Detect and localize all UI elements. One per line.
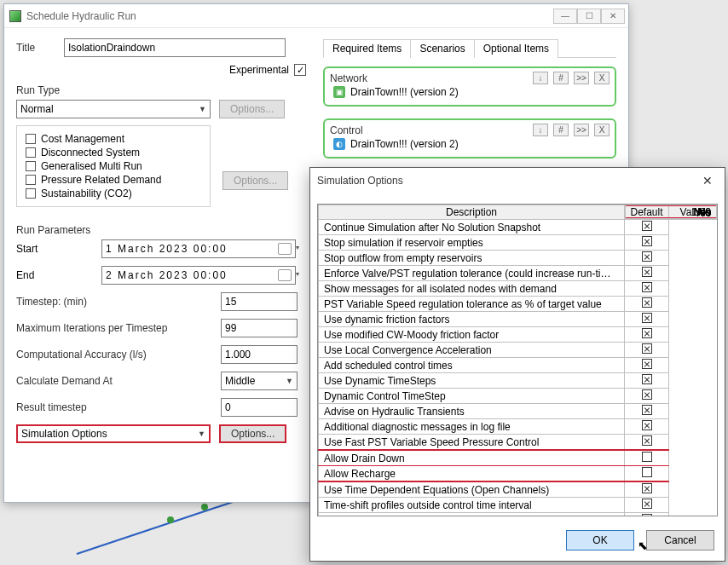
calendar-icon [278, 269, 292, 281]
simoptions-select[interactable]: Simulation Options ▼ [16, 424, 211, 443]
simoptions-button[interactable]: Options... [219, 424, 286, 443]
card-down-button[interactable]: ↓ [533, 124, 548, 136]
card-down-button[interactable]: ↓ [533, 72, 548, 84]
result-ts-input[interactable] [221, 398, 298, 417]
cell-default[interactable] [625, 466, 669, 482]
end-date-picker[interactable]: 2 March 2023 00:00 [101, 266, 296, 285]
col-description[interactable]: Description [319, 205, 625, 220]
table-row[interactable]: Stop simulation if reservoir emptiesNo [319, 235, 717, 251]
table-row[interactable]: Use modified CW-Moody friction factorYes [319, 327, 717, 343]
runtype-options-button[interactable]: Options... [219, 100, 285, 118]
table-row[interactable]: Allow Drain DownYes [319, 450, 717, 466]
calendar-icon [278, 243, 292, 255]
dialog-title: Simulation Options [317, 175, 403, 187]
cancel-button[interactable]: Cancel [646, 530, 714, 551]
tabs: Required Items Scenarios Optional Items [323, 38, 616, 58]
cell-default[interactable] [625, 343, 669, 358]
cell-default[interactable] [625, 404, 669, 419]
group-options-button[interactable]: Options... [222, 171, 288, 190]
table-row[interactable]: Stop outflow from empty reservoirsYes [319, 251, 717, 266]
network-icon: ▣ [333, 86, 345, 98]
table-row[interactable]: Use Fast PST Variable Speed Pressure Con… [319, 435, 717, 451]
cell-default[interactable] [625, 435, 669, 451]
accuracy-label: Computational Accuracy (l/s) [16, 349, 221, 360]
timestep-label: Timestep: (min) [16, 296, 221, 308]
table-row[interactable]: Advise on Hydraulic TransientsNo [319, 404, 717, 419]
close-button[interactable]: ✕ [601, 9, 625, 24]
cell-default[interactable] [625, 297, 669, 312]
maximize-button[interactable]: ☐ [577, 9, 601, 24]
cell-value[interactable]: No [625, 205, 717, 219]
cell-default[interactable] [625, 358, 669, 373]
cell-description: Use Fast PST Variable Speed Pressure Con… [319, 435, 625, 451]
table-row[interactable]: Use Dynamic TimeStepsNo [319, 373, 717, 389]
tab-required-items[interactable]: Required Items [323, 39, 411, 58]
cell-default[interactable] [625, 327, 669, 343]
table-row[interactable]: Iter Step setting for PRV valvesNo [319, 513, 717, 517]
dialog-close-button[interactable]: ✕ [697, 174, 718, 187]
table-row[interactable]: Use dynamic friction factorsNo [319, 312, 717, 327]
table-row[interactable]: Dynamic Control TimeStep0 [319, 389, 717, 404]
card-x-button[interactable]: X [594, 72, 610, 84]
table-row[interactable]: Additional diagnostic messages in log fi… [319, 419, 717, 435]
minimize-button[interactable]: — [553, 9, 577, 24]
cell-default[interactable] [625, 450, 669, 466]
table-row[interactable]: Enforce Valve/PST regulation tolerance (… [319, 266, 717, 281]
checkbox-icon [26, 147, 36, 158]
card-fwd-button[interactable]: >> [574, 72, 589, 84]
checkbox-icon [642, 282, 652, 292]
start-date-picker[interactable]: 1 March 2023 00:00 [101, 239, 296, 258]
tab-optional-items[interactable]: Optional Items [474, 39, 558, 58]
cell-default[interactable] [625, 373, 669, 389]
card-hash-button[interactable]: # [553, 72, 569, 84]
check-option[interactable]: Cost Management [26, 133, 201, 145]
app-icon [9, 10, 21, 22]
cell-default[interactable] [625, 220, 669, 235]
check-option[interactable]: Disconnected System [26, 147, 201, 159]
cell-default[interactable] [625, 251, 669, 266]
cell-default[interactable] [625, 235, 669, 251]
title-input[interactable] [64, 38, 286, 57]
check-label: Pressure Related Demand [41, 174, 161, 186]
check-option[interactable]: Generalised Multi Run [26, 160, 201, 172]
table-row[interactable]: Use Local Convergence AccelerationYes [319, 343, 717, 358]
checkbox-icon [642, 499, 652, 509]
card-x-button[interactable]: X [594, 124, 610, 136]
timestep-input[interactable] [221, 292, 298, 311]
table-row[interactable]: Show messages for all isolated nodes wit… [319, 281, 717, 297]
cell-default[interactable] [625, 513, 669, 517]
accuracy-input[interactable] [221, 345, 298, 364]
cell-default[interactable] [625, 498, 669, 513]
table-row[interactable]: PST Variable Speed regulation tolerance … [319, 297, 717, 312]
check-option[interactable]: Pressure Related Demand [26, 174, 201, 186]
table-row[interactable]: Continue Simulation after No Solution Sn… [319, 220, 717, 235]
card-fwd-button[interactable]: >> [574, 124, 589, 136]
check-option[interactable]: Sustainability (CO2) [26, 187, 201, 199]
runtype-select[interactable]: Normal ▼ [16, 100, 211, 118]
network-item: DrainTown!!! (version 2) [350, 86, 459, 98]
checkbox-icon [642, 267, 652, 277]
runtype-value: Normal [20, 103, 54, 115]
table-row[interactable]: Use Time Dependent Equations (Open Chann… [319, 481, 717, 498]
tab-scenarios[interactable]: Scenarios [410, 39, 474, 58]
cell-description: Continue Simulation after No Solution Sn… [319, 220, 625, 235]
cell-description: Use modified CW-Moody friction factor [319, 327, 625, 343]
cell-default[interactable] [625, 389, 669, 404]
table-row[interactable]: Add scheduled control timesNo [319, 358, 717, 373]
checkbox-icon [642, 452, 652, 462]
ok-button[interactable]: OK [566, 530, 634, 551]
cell-default[interactable] [625, 266, 669, 281]
cell-default[interactable] [625, 481, 669, 498]
calcdemand-select[interactable]: Middle ▼ [221, 372, 298, 390]
table-row[interactable]: Time-shift profiles outside control time… [319, 498, 717, 513]
experimental-checkbox[interactable] [294, 64, 306, 76]
card-hash-button[interactable]: # [553, 124, 569, 136]
cell-default[interactable] [625, 419, 669, 435]
chevron-down-icon: ▼ [198, 430, 205, 438]
cell-default[interactable] [625, 312, 669, 327]
cell-default[interactable] [625, 281, 669, 297]
cell-description: Use dynamic friction factors [319, 312, 625, 327]
table-row[interactable]: Allow RechargeYes [319, 466, 717, 482]
maxiter-input[interactable] [221, 319, 298, 337]
runparams-label: Run Parameters [16, 224, 306, 236]
